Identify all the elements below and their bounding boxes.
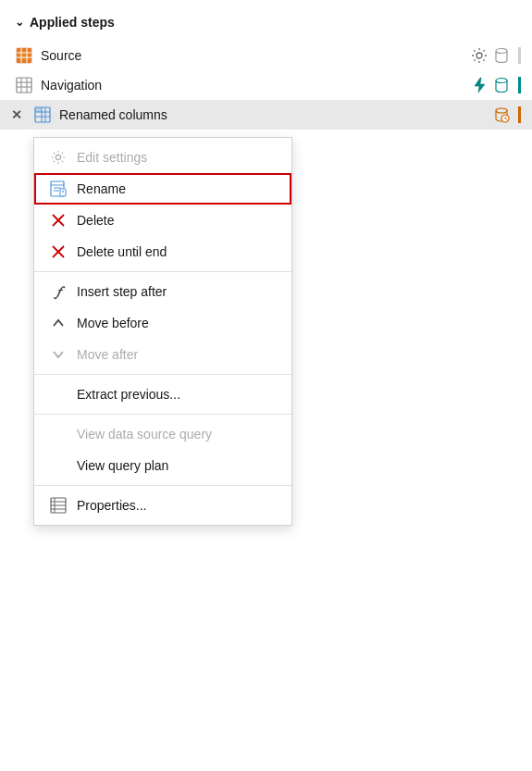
- ctx-insert-step-after[interactable]: 𝑓 Insert step after: [34, 276, 291, 307]
- step-source-actions: [470, 46, 521, 65]
- ctx-delete-until-end-label: Delete until end: [77, 244, 167, 259]
- divider: [518, 47, 521, 64]
- svg-rect-7: [17, 78, 31, 93]
- step-navigation[interactable]: Navigation: [0, 70, 532, 100]
- step-renamed-columns-actions: [492, 106, 521, 124]
- gear-icon[interactable]: [470, 46, 489, 65]
- ctx-view-data-source-query[interactable]: View data source query: [34, 418, 291, 450]
- ctx-rename-label: Rename: [77, 181, 126, 196]
- ctx-separator-2: [34, 374, 291, 375]
- ctx-move-before[interactable]: Move before: [34, 307, 291, 339]
- context-menu: Edit settings Rename: [33, 137, 292, 526]
- cylinder-clock-icon: [492, 106, 511, 124]
- ctx-view-data-source-query-label: View data source query: [77, 427, 212, 441]
- cylinder-teal-icon: [492, 76, 511, 94]
- svg-point-5: [476, 53, 482, 58]
- table-blue-icon: [33, 106, 52, 124]
- ctx-separator-3: [34, 414, 291, 415]
- ctx-separator-4: [34, 485, 291, 486]
- svg-rect-0: [17, 48, 31, 63]
- cylinder-icon: [492, 46, 511, 65]
- ctx-move-before-label: Move before: [77, 316, 149, 330]
- ctx-move-after[interactable]: Move after: [34, 339, 291, 370]
- ctx-properties-label: Properties...: [77, 498, 146, 513]
- ctx-delete-label: Delete: [77, 213, 114, 228]
- section-title-text: Applied steps: [30, 15, 115, 30]
- ctx-extract-previous-label: Extract previous...: [77, 387, 180, 402]
- svg-point-23: [56, 155, 60, 159]
- ctx-caret-up-icon: [49, 314, 68, 332]
- svg-point-12: [496, 79, 507, 83]
- section-title: ⌄ Applied steps: [0, 15, 532, 41]
- ctx-view-source-icon: [49, 425, 68, 443]
- table-orange-icon: [15, 46, 33, 65]
- steps-list: Source: [0, 41, 532, 130]
- ctx-caret-down-icon: [49, 345, 68, 364]
- ctx-edit-settings-label: Edit settings: [77, 150, 147, 165]
- orange-divider: [518, 106, 521, 123]
- ctx-separator-1: [34, 271, 291, 272]
- step-renamed-columns-label: Renamed columns: [59, 107, 492, 122]
- close-x-icon[interactable]: ✕: [11, 107, 22, 122]
- applied-steps-panel: ⌄ Applied steps Source: [0, 0, 532, 771]
- step-renamed-columns[interactable]: ✕ Renamed columns: [0, 100, 532, 130]
- ctx-view-plan-icon: [49, 456, 68, 475]
- lightning-teal-icon: [470, 76, 489, 94]
- table-grid-icon: [15, 76, 33, 94]
- step-navigation-label: Navigation: [41, 78, 470, 93]
- chevron-icon: ⌄: [15, 16, 24, 29]
- ctx-extract-previous[interactable]: Extract previous...: [34, 379, 291, 410]
- ctx-delete[interactable]: Delete: [34, 205, 291, 236]
- ctx-edit-settings[interactable]: Edit settings: [34, 142, 291, 173]
- ctx-properties-icon: [49, 496, 68, 515]
- ctx-rename-icon: [49, 180, 68, 198]
- ctx-delete-until-end-icon: [49, 242, 68, 261]
- svg-point-19: [496, 108, 507, 113]
- svg-rect-14: [35, 107, 42, 112]
- step-source[interactable]: Source: [0, 41, 532, 70]
- ctx-extract-icon: [49, 385, 68, 404]
- step-navigation-actions: [470, 76, 521, 94]
- ctx-move-after-label: Move after: [77, 347, 138, 362]
- ctx-gear-icon: [49, 148, 68, 167]
- ctx-insert-step-after-label: Insert step after: [77, 284, 167, 299]
- ctx-delete-until-end[interactable]: Delete until end: [34, 236, 291, 267]
- ctx-properties[interactable]: Properties...: [34, 490, 291, 521]
- ctx-view-query-plan[interactable]: View query plan: [34, 450, 291, 481]
- ctx-fx-icon: 𝑓: [49, 282, 68, 301]
- svg-point-6: [496, 49, 507, 54]
- ctx-view-query-plan-label: View query plan: [77, 458, 168, 473]
- ctx-delete-icon: [49, 211, 68, 230]
- step-source-label: Source: [41, 48, 470, 63]
- ctx-rename[interactable]: Rename: [34, 173, 291, 205]
- teal-divider: [518, 77, 521, 93]
